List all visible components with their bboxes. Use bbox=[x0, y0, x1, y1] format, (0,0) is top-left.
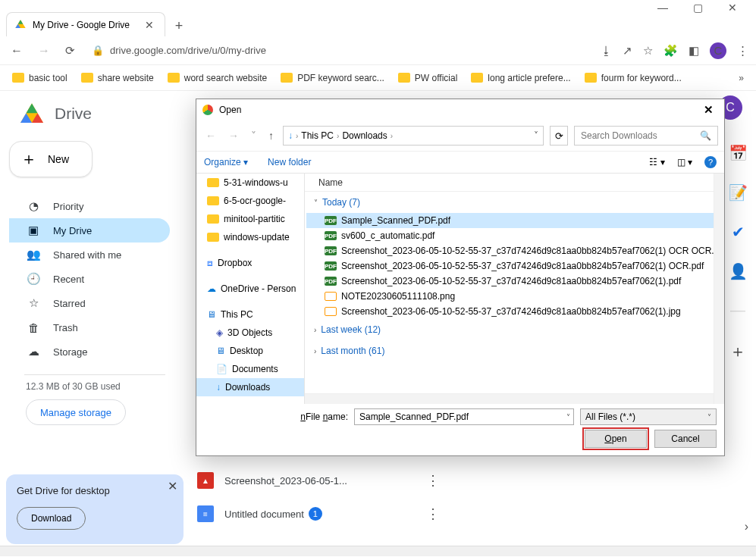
file-row[interactable]: ≡ Untitled document 1 ⋮ bbox=[197, 499, 440, 529]
tree-item-this-pc[interactable]: 🖥This PC bbox=[196, 305, 304, 324]
file-item[interactable]: PDFScreenshot_2023-06-05-10-52-55-37_c37… bbox=[306, 258, 724, 274]
menu-icon[interactable]: ⋮ bbox=[737, 44, 748, 58]
drive-logo[interactable]: Drive bbox=[17, 100, 92, 127]
expand-chevron-icon[interactable]: › bbox=[745, 520, 748, 534]
sidebar-item-shared[interactable]: 👥Shared with me bbox=[9, 243, 170, 267]
browser-tab[interactable]: My Drive - Google Drive ✕ bbox=[6, 12, 165, 36]
file-type-filter[interactable]: All Files (*.*)˅ bbox=[580, 408, 717, 425]
sidebar-item-storage[interactable]: ☁Storage bbox=[9, 340, 170, 364]
tree-item[interactable]: 6-5-ocr-google- bbox=[196, 192, 304, 210]
bookmark-item[interactable]: basic tool bbox=[12, 73, 67, 83]
maximize-icon[interactable]: ▢ bbox=[688, 2, 707, 11]
dropbox-icon: ⧈ bbox=[207, 258, 213, 268]
close-icon[interactable]: ✕ bbox=[723, 2, 742, 11]
star-icon[interactable]: ☆ bbox=[643, 44, 653, 58]
tree-item-dropbox[interactable]: ⧈Dropbox bbox=[196, 254, 304, 272]
nav-back-icon[interactable]: ← bbox=[8, 44, 26, 58]
dialog-breadcrumb[interactable]: ↓ › This PC › Downloads › ˅ bbox=[283, 126, 544, 146]
file-item[interactable]: PDFScreenshot_2023-06-05-10-52-55-37_c37… bbox=[306, 243, 724, 258]
nav-forward-icon[interactable]: → bbox=[35, 44, 53, 58]
tasks-icon[interactable]: ✔ bbox=[732, 223, 745, 241]
view-options-icon[interactable]: ☷ ▾ bbox=[649, 157, 664, 167]
keep-icon[interactable]: 📝 bbox=[729, 183, 748, 202]
preview-pane-icon[interactable]: ◫ ▾ bbox=[677, 157, 692, 167]
dialog-forward-icon[interactable]: → bbox=[225, 130, 242, 142]
sidebar-item-trash[interactable]: 🗑Trash bbox=[9, 315, 170, 340]
group-last-week[interactable]: ›Last week (12) bbox=[306, 319, 724, 340]
dialog-search-input[interactable]: Search Downloads 🔍 bbox=[574, 126, 718, 146]
filename-input[interactable]: Sample_Scanned_PDF.pdf˅ bbox=[354, 408, 574, 425]
file-item[interactable]: PDFsv600_c_automatic.pdf bbox=[306, 228, 724, 243]
more-icon[interactable]: ⋮ bbox=[426, 472, 440, 489]
dialog-titlebar[interactable]: Open ✕ bbox=[196, 99, 724, 120]
minimize-icon[interactable]: ― bbox=[653, 2, 673, 11]
plus-icon: ＋ bbox=[20, 148, 37, 171]
tree-item-3d-objects[interactable]: ◈3D Objects bbox=[196, 324, 304, 342]
help-icon[interactable]: ? bbox=[704, 156, 717, 168]
calendar-icon[interactable]: 📅 bbox=[729, 144, 748, 162]
url-field[interactable]: 🔒 drive.google.com/drive/u/0/my-drive bbox=[87, 45, 591, 56]
more-icon[interactable]: ⋮ bbox=[426, 505, 440, 522]
file-item[interactable]: PDFScreenshot_2023-06-05-10-52-55-37_c37… bbox=[306, 274, 724, 289]
new-tab-button[interactable]: + bbox=[168, 15, 190, 36]
dialog-close-icon[interactable]: ✕ bbox=[699, 103, 718, 117]
horizontal-scrollbar[interactable] bbox=[305, 393, 724, 404]
browser-scrollbar[interactable] bbox=[0, 546, 756, 556]
tree-item-documents[interactable]: 📄Documents bbox=[196, 360, 304, 378]
refresh-button[interactable]: ⟳ bbox=[550, 126, 568, 146]
download-arrow-icon: ↓ bbox=[216, 382, 221, 393]
sidepanel-icon[interactable]: ◧ bbox=[689, 44, 699, 58]
chevron-down-icon[interactable]: ˅ bbox=[566, 413, 570, 421]
promo-title: Get Drive for desktop bbox=[17, 485, 173, 496]
vertical-scrollbar[interactable] bbox=[714, 174, 724, 404]
bookmark-item[interactable]: word search website bbox=[168, 73, 267, 83]
dialog-up-icon[interactable]: ↑ bbox=[265, 130, 277, 142]
cancel-button[interactable]: Cancel bbox=[654, 430, 717, 448]
tree-item-onedrive[interactable]: ☁OneDrive - Person bbox=[196, 280, 304, 298]
chevron-down-icon[interactable]: ˅ bbox=[707, 413, 711, 421]
notification-badge: 1 bbox=[309, 507, 322, 521]
jpg-icon bbox=[325, 307, 337, 316]
dialog-back-icon[interactable]: ← bbox=[202, 130, 219, 142]
tree-item-downloads[interactable]: ↓Downloads bbox=[196, 378, 304, 396]
sidebar-item-my-drive[interactable]: ▣My Drive bbox=[9, 218, 170, 243]
group-today[interactable]: ˅Today (7) bbox=[306, 192, 724, 213]
column-header-name[interactable]: Name bbox=[305, 174, 724, 192]
bookmarks-overflow-icon[interactable]: » bbox=[739, 73, 744, 83]
file-row[interactable]: ▲ Screenshot_2023-06-05-1... ⋮ bbox=[197, 465, 440, 496]
new-folder-button[interactable]: New folder bbox=[268, 157, 311, 167]
addons-plus-icon[interactable]: ＋ bbox=[729, 340, 746, 363]
extensions-icon[interactable]: 🧩 bbox=[663, 44, 678, 58]
manage-storage-button[interactable]: Manage storage bbox=[26, 399, 126, 425]
tree-item[interactable]: windows-update bbox=[196, 228, 304, 246]
bookmark-item[interactable]: PW official bbox=[398, 73, 457, 83]
file-item[interactable]: Screenshot_2023-06-05-10-52-55-37_c37d74… bbox=[306, 304, 724, 319]
tree-item-desktop[interactable]: 🖥Desktop bbox=[196, 342, 304, 360]
star-icon: ☆ bbox=[26, 296, 41, 310]
tab-close-icon[interactable]: ✕ bbox=[145, 19, 154, 31]
open-button[interactable]: Open bbox=[585, 430, 647, 448]
dialog-up-icon[interactable]: ˅ bbox=[248, 130, 259, 142]
file-item[interactable]: PDFSample_Scanned_PDF.pdf bbox=[306, 213, 724, 228]
organize-menu[interactable]: Organize ▾ bbox=[204, 157, 248, 167]
promo-close-icon[interactable]: ✕ bbox=[168, 479, 177, 493]
reload-icon[interactable]: ⟳ bbox=[62, 44, 78, 58]
bookmark-item[interactable]: fourm for keyword... bbox=[585, 73, 682, 83]
group-last-month[interactable]: ›Last month (61) bbox=[306, 340, 724, 361]
profile-avatar[interactable]: C bbox=[710, 42, 726, 59]
sidebar-item-recent[interactable]: 🕘Recent bbox=[9, 267, 170, 291]
contacts-icon[interactable]: 👤 bbox=[729, 262, 748, 280]
sidebar-item-priority[interactable]: ◔Priority bbox=[9, 194, 170, 218]
bookmark-item[interactable]: share website bbox=[81, 73, 154, 83]
download-icon[interactable]: ⭳ bbox=[601, 44, 612, 57]
bookmark-item[interactable]: long article prefere... bbox=[471, 73, 570, 83]
chevron-down-icon[interactable]: ˅ bbox=[534, 130, 538, 141]
file-item[interactable]: NOTE20230605111108.png bbox=[306, 289, 724, 304]
tree-item[interactable]: 5-31-windows-u bbox=[196, 174, 304, 192]
tree-item[interactable]: minitool-partitic bbox=[196, 210, 304, 228]
download-button[interactable]: Download bbox=[17, 507, 86, 530]
new-button[interactable]: ＋ New bbox=[9, 141, 93, 177]
bookmark-item[interactable]: PDF keyword searc... bbox=[281, 73, 384, 83]
sidebar-item-starred[interactable]: ☆Starred bbox=[9, 291, 170, 315]
share-icon[interactable]: ↗ bbox=[623, 44, 632, 58]
